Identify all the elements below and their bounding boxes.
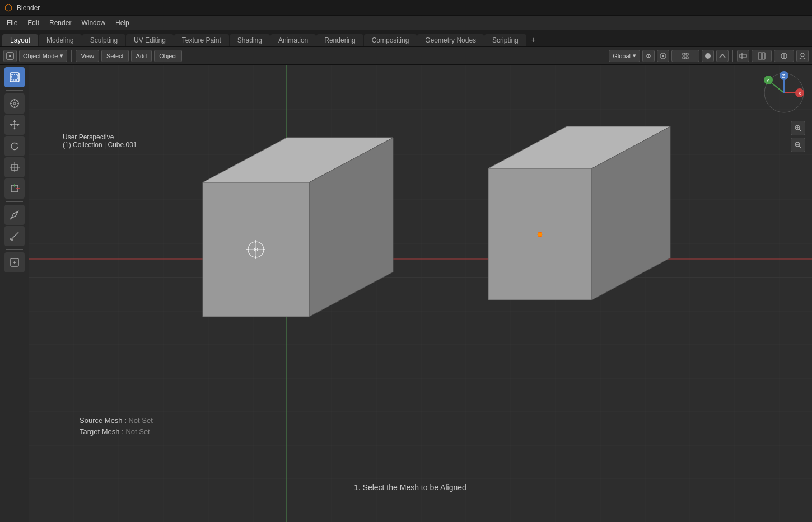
viewport-shading-button[interactable] (702, 50, 714, 62)
workspace-tabs: Layout Modeling Sculpting UV Editing Tex… (0, 30, 812, 47)
svg-text:Target Mesh :  Not Set: Target Mesh : Not Set (80, 427, 150, 436)
grid-svg: Source Mesh : Not Set Target Mesh : Not … (29, 65, 812, 522)
menu-window[interactable]: Window (77, 18, 110, 28)
menu-help[interactable]: Help (111, 18, 134, 28)
viewport-3d[interactable]: Source Mesh : Not Set Target Mesh : Not … (29, 65, 812, 522)
overlay-button[interactable] (716, 50, 729, 62)
svg-point-1 (9, 55, 11, 57)
svg-rect-11 (740, 54, 746, 58)
tab-scripting[interactable]: Scripting (484, 34, 526, 46)
svg-point-17 (801, 53, 804, 57)
mode-label: Object Mode (23, 53, 58, 59)
tab-texture-paint[interactable]: Texture Paint (174, 34, 229, 46)
tab-shading[interactable]: Shading (230, 34, 270, 46)
tab-geometry-nodes[interactable]: Geometry Nodes (417, 34, 484, 46)
zoom-in-button[interactable] (791, 121, 805, 135)
global-label: Global (613, 53, 631, 59)
zoom-controls (791, 121, 805, 152)
user-preferences-button[interactable] (796, 50, 809, 62)
object-menu[interactable]: Object (154, 50, 182, 62)
mode-chevron: ▾ (60, 52, 63, 59)
global-transform-dropdown[interactable]: Global ▾ (609, 50, 640, 62)
orientation-gizmo[interactable]: X Y Z (762, 70, 806, 115)
svg-line-118 (799, 146, 801, 148)
svg-rect-7 (686, 53, 688, 55)
svg-rect-14 (762, 53, 765, 59)
svg-text:1. Select the Mesh to be Align: 1. Select the Mesh to be Aligned (354, 483, 466, 492)
header-bar: Object Mode ▾ View Select Add Object Glo… (0, 47, 812, 65)
object-mode-dropdown[interactable]: Object Mode ▾ (19, 50, 67, 62)
svg-marker-39 (17, 124, 20, 126)
svg-marker-38 (10, 124, 12, 126)
annotate-tool-button[interactable] (4, 205, 25, 225)
cursor-tool-button[interactable] (4, 93, 25, 114)
viewport-layout-button[interactable] (752, 50, 772, 62)
svg-text:X: X (798, 91, 801, 96)
add-menu[interactable]: Add (131, 50, 152, 62)
svg-point-33 (13, 102, 16, 105)
pivot-point-button[interactable] (642, 50, 655, 62)
svg-point-5 (662, 55, 664, 57)
blender-logo: ⬡ (4, 2, 12, 13)
tool-separator-2 (6, 201, 23, 202)
app-title: Blender (17, 4, 40, 12)
svg-marker-37 (13, 128, 16, 130)
menu-file[interactable]: File (2, 18, 22, 28)
add-workspace-button[interactable]: + (527, 33, 540, 46)
tool-separator-3 (6, 249, 23, 250)
tab-uv-editing[interactable]: UV Editing (126, 34, 174, 46)
svg-rect-6 (683, 53, 685, 55)
svg-rect-8 (683, 57, 685, 59)
svg-text:Z: Z (782, 73, 785, 79)
sidebar-tools (0, 65, 29, 522)
separator-1 (71, 50, 72, 62)
proportional-editing-button[interactable] (657, 50, 669, 62)
select-tool-button[interactable] (4, 67, 25, 87)
tab-compositing[interactable]: Compositing (364, 34, 417, 46)
svg-point-99 (538, 232, 542, 237)
move-tool-button[interactable] (4, 115, 25, 135)
editor-type-button[interactable] (737, 50, 749, 62)
svg-text:Source Mesh :  Not Set: Source Mesh : Not Set (80, 416, 153, 425)
transform-tool-button[interactable] (4, 178, 25, 199)
tab-rendering[interactable]: Rendering (316, 34, 363, 46)
svg-line-47 (10, 218, 11, 219)
svg-rect-13 (758, 53, 762, 59)
viewport-settings-button[interactable] (774, 50, 794, 62)
add-object-button[interactable] (4, 252, 25, 272)
view-menu[interactable]: View (76, 50, 99, 62)
global-chevron: ▾ (633, 52, 636, 59)
measure-tool-button[interactable] (4, 226, 25, 246)
tab-layout[interactable]: Layout (2, 34, 38, 46)
svg-rect-9 (686, 57, 688, 59)
svg-line-114 (799, 129, 801, 131)
svg-text:Y: Y (766, 78, 769, 83)
svg-marker-36 (13, 120, 16, 122)
select-menu[interactable]: Select (101, 50, 129, 62)
svg-point-10 (705, 53, 711, 59)
svg-rect-27 (12, 74, 17, 80)
titlebar: ⬡ Blender (0, 0, 812, 16)
tab-animation[interactable]: Animation (270, 34, 316, 46)
menu-edit[interactable]: Edit (23, 18, 44, 28)
menubar: File Edit Render Window Help (0, 16, 812, 30)
svg-line-48 (11, 232, 18, 240)
svg-point-28 (11, 100, 18, 107)
menu-render[interactable]: Render (45, 18, 76, 28)
mode-icon[interactable] (3, 50, 17, 62)
rotate-tool-button[interactable] (4, 136, 25, 156)
tool-separator-1 (6, 90, 23, 91)
snap-button[interactable] (671, 50, 699, 62)
zoom-out-button[interactable] (791, 138, 805, 152)
tab-modeling[interactable]: Modeling (39, 34, 82, 46)
separator-2 (732, 50, 733, 62)
tab-sculpting[interactable]: Sculpting (82, 34, 125, 46)
scale-tool-button[interactable] (4, 157, 25, 177)
svg-point-3 (648, 55, 649, 57)
